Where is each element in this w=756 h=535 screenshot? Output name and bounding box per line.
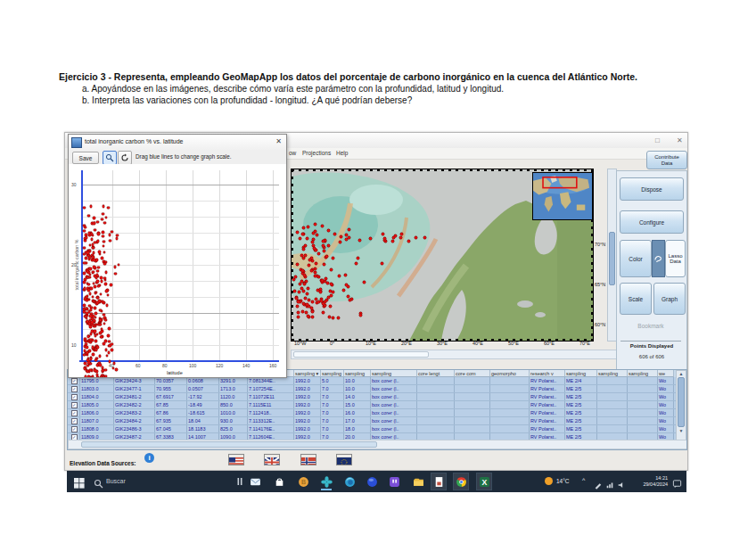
overview-minimap[interactable]: [532, 172, 593, 220]
excel-icon[interactable]: X: [476, 473, 492, 490]
tray-clock[interactable]: 14:21 29/04/2024: [630, 475, 668, 487]
popup-titlebar[interactable]: total inorganic carbon % vs. latitude ✕: [69, 135, 286, 151]
table-hscroll-thumb[interactable]: [81, 441, 377, 448]
scatter-plot[interactable]: 406080100120140160 302010 latitude total…: [69, 164, 286, 377]
active-app-indicator: [321, 489, 332, 490]
scroll-up-icon[interactable]: ▲: [677, 371, 686, 376]
elevation-sources-bar: Elevation Data Sources: i: [70, 453, 216, 465]
y-axis-label: total inorganic carbon %: [74, 225, 79, 305]
network-icon[interactable]: [605, 477, 614, 493]
map-vscroll-thumb[interactable]: [609, 232, 615, 285]
tray-expand-icon[interactable]: ^: [582, 477, 585, 483]
map-horizontal-scrollbar[interactable]: [291, 350, 617, 359]
row-checkbox[interactable]: ✓: [71, 426, 78, 432]
table-rows: sampling ▾samplingsamplingsamplingcore l…: [68, 370, 686, 449]
info-icon[interactable]: i: [144, 453, 154, 463]
points-displayed-label: Points Displayed: [617, 343, 686, 349]
configure-button[interactable]: Configure: [620, 210, 684, 234]
tray-temperature[interactable]: 14°C: [556, 478, 570, 484]
elevation-label: Elevation Data Sources:: [70, 460, 136, 466]
eu-flag[interactable]: [336, 454, 352, 465]
samples-data-table: sampling ▾samplingsamplingsamplingcore l…: [67, 369, 687, 450]
row-checkbox[interactable]: ✓: [71, 418, 78, 424]
notification-center-icon[interactable]: [672, 476, 682, 492]
scale-button[interactable]: Scale: [620, 283, 652, 315]
table-row[interactable]: ✓11804.0GIK23481-267.6917-17.921120.07.1…: [68, 393, 686, 401]
exercise-item-a: a. Apoyándose en las imágenes, describe …: [82, 84, 706, 94]
layer-control-panel: Dispose Configure Color Lasso Data Scale…: [616, 170, 687, 370]
row-checkbox[interactable]: ✓: [71, 410, 78, 416]
fan-icon[interactable]: [318, 473, 334, 490]
us-flag[interactable]: [228, 454, 244, 465]
table-row[interactable]: ✓11803.0GIK23477-170.9550.05071713.07.10…: [68, 385, 686, 393]
lasso-icon[interactable]: [652, 240, 665, 277]
svg-text:X: X: [481, 477, 487, 486]
table-vertical-scrollbar[interactable]: ▲ ▼: [676, 370, 686, 443]
sphere-icon[interactable]: [364, 473, 380, 490]
scroll-down-icon[interactable]: ▼: [677, 428, 686, 433]
table-row[interactable]: ✓11807.0GIK23484-267.93518.04930.07.1133…: [68, 417, 686, 425]
table-horizontal-scrollbar[interactable]: [68, 440, 687, 449]
x-axis-label: latitude: [167, 370, 183, 375]
table-row[interactable]: ✓11808.0GIK23486-367.04518.1183825.07.11…: [68, 425, 686, 433]
row-checkbox[interactable]: ✓: [71, 394, 78, 400]
uk-flag[interactable]: [264, 454, 280, 465]
folder-icon[interactable]: [410, 473, 426, 490]
table-vscroll-thumb[interactable]: [678, 377, 685, 427]
minimap-world: [533, 173, 589, 217]
pen-icon[interactable]: [594, 477, 603, 493]
exercise-title: Ejercicio 3 - Representa, empleando GeoM…: [59, 71, 710, 82]
x-axis-ticks: 406080100120140160: [81, 363, 279, 369]
map-hscroll-thumb[interactable]: [293, 351, 429, 358]
zoom-select-icon[interactable]: [103, 151, 117, 165]
lasso-data-button[interactable]: Lasso Data: [665, 240, 686, 277]
exercise-item-b: b. Interpreta las variaciones con la pro…: [82, 95, 706, 105]
graph-window-icon: [71, 137, 82, 148]
norway-flag[interactable]: [300, 454, 316, 465]
store-icon[interactable]: [271, 473, 287, 490]
windows-taskbar: Buscar BX 14°C ^ 14:21 29/04/2024: [67, 471, 686, 492]
weather-icon[interactable]: [545, 477, 553, 485]
tray-date: 29/04/2024: [630, 482, 668, 488]
panel-divider: [620, 341, 681, 342]
search-icon[interactable]: [94, 476, 103, 492]
row-checkbox[interactable]: ✓: [71, 386, 78, 392]
start-button[interactable]: [74, 476, 85, 487]
graph-popup-window: total inorganic carbon % vs. latitude ✕ …: [68, 134, 287, 378]
document-app-icon[interactable]: [431, 473, 447, 490]
volume-icon[interactable]: [617, 477, 626, 493]
menu-item-projections[interactable]: Projections: [302, 150, 331, 156]
twitch-icon[interactable]: [386, 473, 402, 490]
bookmark-button[interactable]: Bookmark: [620, 323, 682, 329]
document-page: Ejercicio 3 - Representa, empleando GeoM…: [0, 0, 756, 535]
popup-close-icon[interactable]: ✕: [275, 137, 282, 145]
dispose-button[interactable]: Dispose: [620, 177, 684, 201]
coin-icon[interactable]: B: [295, 473, 311, 490]
map-view[interactable]: [291, 169, 594, 342]
color-button[interactable]: Color: [620, 240, 652, 277]
menu-item-fragment[interactable]: ow: [289, 150, 296, 156]
popup-title: total inorganic carbon % vs. latitude: [85, 138, 184, 144]
table-row[interactable]: ✓11805.0GIK23482-267.85-18.49850.07.1115…: [68, 401, 686, 409]
table-row[interactable]: ✓11806.0GIK23483-267.86-18.6151010.07.11…: [68, 409, 686, 417]
close-icon[interactable]: ✕: [677, 136, 683, 145]
menu-item-help[interactable]: Help: [336, 150, 348, 156]
reset-zoom-icon[interactable]: [118, 151, 132, 165]
row-checkbox[interactable]: ✓: [71, 378, 78, 384]
scatter-points: [69, 164, 286, 377]
task-view-icon[interactable]: [232, 473, 248, 490]
search-input[interactable]: Buscar: [106, 478, 126, 484]
graph-button[interactable]: Graph: [653, 283, 686, 315]
popup-toolbar: Save Drag blue lines to change graph sca…: [69, 150, 286, 165]
table-row[interactable]: ✓11795.0GIK23424-370.03570.06083291.07.0…: [68, 377, 686, 385]
svg-text:B: B: [300, 478, 305, 486]
save-button[interactable]: Save: [72, 152, 99, 164]
chrome-icon[interactable]: [453, 473, 469, 490]
points-displayed-value: 606 of 606: [617, 354, 686, 359]
contribute-data-button[interactable]: Contribute Data: [646, 151, 687, 169]
mail-icon[interactable]: [247, 473, 263, 490]
drag-hint: Drag blue lines to change graph scale.: [136, 153, 231, 160]
edge-icon[interactable]: [341, 473, 357, 490]
maximize-icon[interactable]: □: [655, 136, 660, 145]
row-checkbox[interactable]: ✓: [71, 402, 78, 408]
